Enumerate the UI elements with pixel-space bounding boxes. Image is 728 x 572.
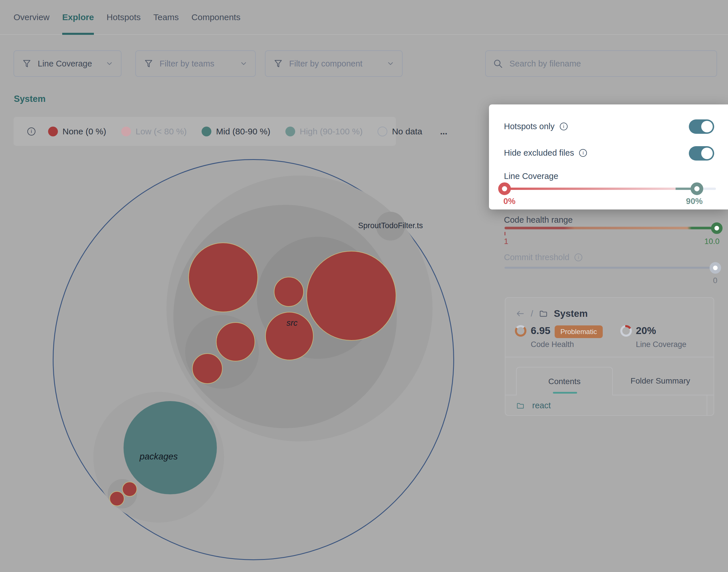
- tab-explore[interactable]: Explore: [62, 0, 94, 34]
- legend-dot-low: [121, 127, 131, 136]
- breadcrumb-separator: /: [531, 309, 533, 318]
- component-filter-dropdown[interactable]: Filter by component: [265, 50, 403, 77]
- chart-label-src[interactable]: src: [287, 318, 298, 328]
- line-coverage-label: Line Coverage: [636, 340, 686, 349]
- commit-threshold-label: Commit threshold: [504, 253, 582, 262]
- card-divider: [505, 357, 714, 357]
- chart-label-packages[interactable]: packages: [140, 451, 178, 462]
- view-title: System: [14, 94, 46, 104]
- list-scrollbar-gutter[interactable]: [707, 395, 707, 416]
- line-coverage-slider-label: Line Coverage: [504, 171, 558, 181]
- toggle-knob: [701, 121, 713, 132]
- line-coverage-min-value: 0%: [503, 197, 515, 206]
- legend-dot-mid: [201, 127, 211, 136]
- line-coverage-value: 20%: [636, 325, 656, 336]
- tab-components[interactable]: Components: [191, 0, 240, 34]
- funnel-icon: [21, 58, 32, 69]
- legend-item-nodata[interactable]: No data: [377, 127, 422, 136]
- info-icon[interactable]: [574, 254, 582, 261]
- teams-filter-dropdown[interactable]: Filter by teams: [135, 50, 256, 77]
- active-tab-underline: [62, 33, 94, 35]
- filter-primary-label: Line Coverage: [38, 59, 92, 68]
- teams-filter-placeholder: Filter by teams: [160, 59, 214, 68]
- coverage-legend: None (0 %) Low (< 80 %) Mid (80-90 %) Hi…: [13, 117, 396, 146]
- code-health-range-label: Code health range: [504, 215, 573, 225]
- component-filter-placeholder: Filter by component: [289, 59, 363, 68]
- info-icon[interactable]: [560, 123, 567, 130]
- legend-item-high[interactable]: High (90-100 %): [285, 127, 363, 136]
- legend-item-low[interactable]: Low (< 80 %): [121, 127, 187, 136]
- search-icon: [493, 58, 503, 69]
- folder-icon: [516, 402, 525, 410]
- legend-item-mid[interactable]: Mid (80-90 %): [201, 127, 270, 136]
- card-header: / System: [515, 308, 588, 319]
- chevron-down-icon: [240, 60, 248, 68]
- card-title: System: [554, 308, 588, 319]
- bubble-packages[interactable]: [124, 401, 217, 494]
- tab-folder-summary[interactable]: Folder Summary: [613, 367, 708, 395]
- legend-more[interactable]: ...: [440, 127, 447, 136]
- visualization-filter-dropdown[interactable]: Line Coverage: [13, 50, 122, 77]
- bubble-hotspot-large-left[interactable]: [188, 242, 258, 312]
- tab-teams[interactable]: Teams: [153, 0, 179, 34]
- chart-label-file[interactable]: SproutTodoFilter.ts: [358, 221, 423, 230]
- display-options-panel: Hotspots only Hide excluded files Line C…: [489, 104, 728, 209]
- folder-icon: [539, 309, 548, 318]
- bubble-hotspot-small-top[interactable]: [274, 277, 304, 307]
- legend-dot-nodata: [377, 127, 387, 136]
- search-input[interactable]: [509, 59, 682, 68]
- bubble-hotspot-tiny-1[interactable]: [122, 482, 137, 497]
- line-coverage-max-handle[interactable]: [690, 183, 703, 195]
- code-health-max-value: 10.0: [705, 237, 720, 246]
- tab-contents[interactable]: Contents: [516, 367, 613, 395]
- legend-item-none[interactable]: None (0 %): [48, 127, 106, 136]
- commit-threshold-slider-track[interactable]: [504, 267, 717, 269]
- commit-threshold-handle[interactable]: [710, 262, 721, 274]
- bubble-hotspot-large-right[interactable]: [306, 251, 396, 341]
- back-arrow-icon[interactable]: [515, 309, 525, 318]
- code-health-badge: Problematic: [555, 326, 603, 338]
- bubble-hotspot-tiny-2[interactable]: [109, 491, 124, 506]
- filename-search: [485, 50, 717, 77]
- chevron-down-icon: [386, 60, 395, 68]
- code-health-slider-track[interactable]: [504, 227, 717, 229]
- legend-dot-none: [48, 127, 58, 136]
- line-coverage-min-handle[interactable]: [498, 183, 511, 195]
- chevron-down-icon: [105, 60, 114, 68]
- hide-excluded-label: Hide excluded files: [504, 148, 587, 158]
- toggle-knob: [701, 148, 713, 159]
- active-tab-underline: [553, 392, 577, 394]
- bubble-hotspot-mid-left[interactable]: [216, 322, 255, 361]
- code-health-min-value: 1: [504, 237, 508, 246]
- code-health-donut: [515, 325, 527, 337]
- commit-threshold-value: 0: [713, 276, 717, 285]
- explore-page: Overview Explore Hotspots Teams Componen…: [0, 0, 728, 572]
- top-nav: Overview Explore Hotspots Teams Componen…: [0, 0, 728, 35]
- hotspots-only-label: Hotspots only: [504, 122, 567, 131]
- system-details-card: / System 6.95 Problematic Code Health 20…: [505, 297, 714, 416]
- funnel-icon: [143, 58, 154, 69]
- line-coverage-slider-fill: [504, 188, 676, 190]
- contents-row-react[interactable]: react: [505, 395, 714, 416]
- code-health-min-tick: [504, 232, 505, 235]
- code-health-label: Code Health: [531, 340, 574, 349]
- funnel-icon: [273, 58, 283, 69]
- legend-dot-high: [285, 127, 295, 136]
- legend-info-icon[interactable]: [27, 128, 36, 136]
- code-health-max-handle[interactable]: [711, 222, 723, 234]
- tab-overview[interactable]: Overview: [13, 0, 50, 34]
- info-icon[interactable]: [579, 149, 587, 157]
- hide-excluded-toggle[interactable]: [689, 146, 714, 160]
- bubble-hotspot-small-left[interactable]: [192, 353, 223, 384]
- line-coverage-donut: [620, 325, 632, 337]
- line-coverage-max-value: 90%: [686, 197, 703, 206]
- code-health-value: 6.95: [531, 325, 550, 336]
- tab-hotspots[interactable]: Hotspots: [107, 0, 140, 34]
- hotspots-only-toggle[interactable]: [689, 120, 714, 134]
